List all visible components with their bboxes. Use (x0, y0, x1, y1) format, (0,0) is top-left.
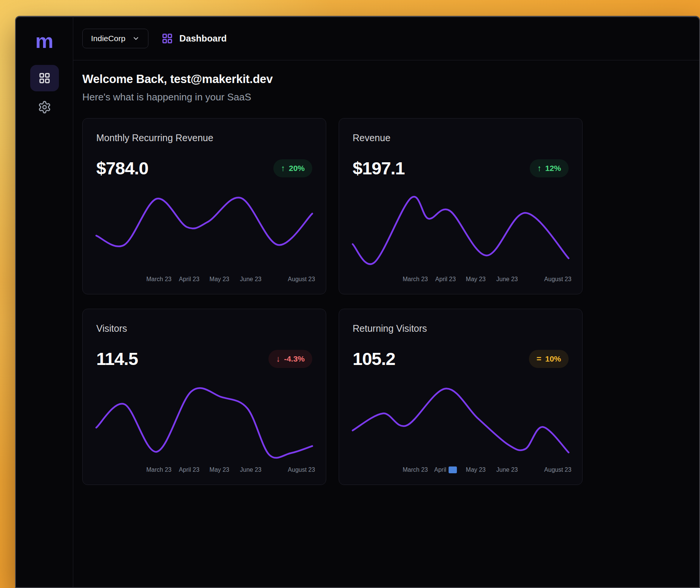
x-tick-label: August 23 (544, 466, 571, 473)
stat-card-2: Visitors114.5↓-4.3%March 23April 23May 2… (82, 309, 326, 485)
trend-flat-icon: = (537, 354, 541, 364)
trend-up-icon: ↑ (537, 163, 541, 173)
trend-up-icon: ↑ (281, 163, 285, 173)
card-title: Visitors (96, 323, 312, 334)
x-tick-label: March 23 (146, 466, 172, 473)
trend-value: 20% (289, 164, 305, 173)
x-tick-label: August 23 (544, 276, 571, 283)
line-chart: March 23April 23May 23June 23August 23 (96, 386, 312, 475)
text-selection: 23 (449, 466, 457, 473)
stats-grid: Monthly Recurring Revenue$784.0↑20%March… (82, 118, 690, 485)
grid-icon (39, 72, 51, 84)
x-axis-labels: March 23April 23May 23June 23August 23 (353, 276, 569, 284)
x-tick-label: June 23 (496, 466, 518, 473)
trend-value: -4.3% (284, 354, 305, 363)
x-axis-labels: March 23April 23May 23June 23August 23 (96, 276, 312, 284)
x-tick-label: April 23 (435, 276, 456, 283)
welcome-heading: Welcome Back, test@makerkit.dev (82, 72, 690, 86)
workspace-selector[interactable]: IndieCorp (82, 29, 148, 48)
card-title: Monthly Recurring Revenue (96, 132, 312, 143)
page-title: Dashboard (179, 33, 227, 44)
line-chart: March 23April 23May 23June 23August 23 (96, 196, 312, 284)
card-value: 114.5 (96, 349, 138, 369)
x-axis-labels: March 23April 23May 23June 23August 23 (96, 466, 312, 475)
card-value: $197.1 (353, 159, 405, 178)
x-tick-label: May 23 (466, 276, 486, 283)
x-tick-label: March 23 (146, 276, 172, 283)
x-tick-label: March 23 (403, 276, 428, 283)
value-row: $784.0↑20% (96, 159, 312, 178)
stat-card-0: Monthly Recurring Revenue$784.0↑20%March… (82, 118, 326, 294)
sidebar-item-settings[interactable] (30, 97, 59, 118)
x-tick-label: May 23 (210, 466, 229, 473)
trend-down-icon: ↓ (276, 354, 280, 364)
x-tick-label: June 23 (240, 466, 262, 473)
x-tick-label: August 23 (288, 466, 315, 473)
trend-badge: ↑12% (530, 159, 569, 177)
value-row: $197.1↑12% (353, 159, 569, 178)
x-tick-label: April23 (434, 466, 457, 473)
welcome-subheading: Here's what is happening in your SaaS (82, 91, 690, 103)
stat-card-1: Revenue$197.1↑12%March 23April 23May 23J… (339, 118, 583, 294)
x-tick-label: May 23 (210, 276, 229, 283)
x-tick-label: June 23 (496, 276, 518, 283)
card-title: Revenue (353, 132, 569, 143)
stat-card-3: Returning Visitors105.2=10%March 23April… (339, 309, 583, 485)
x-tick-label: May 23 (466, 466, 486, 473)
grid-icon (162, 33, 173, 44)
line-chart: March 23April23May 23June 23August 23 (353, 386, 569, 475)
workspace-name: IndieCorp (91, 34, 125, 43)
line-chart: March 23April 23May 23June 23August 23 (353, 196, 569, 284)
sidebar-item-dashboard[interactable] (30, 65, 59, 91)
x-tick-label: April 23 (179, 466, 199, 473)
x-axis-labels: March 23April23May 23June 23August 23 (353, 466, 569, 475)
app-window: m IndieCorp (15, 16, 700, 588)
trend-badge: ↓-4.3% (268, 350, 312, 368)
trend-badge: ↑20% (273, 159, 312, 177)
sidebar: m (16, 17, 73, 587)
trend-badge: =10% (529, 350, 569, 368)
main-area: IndieCorp Dashboard Welcome Back, test@m… (73, 17, 699, 587)
trend-value: 12% (545, 164, 561, 173)
x-tick-label: April 23 (179, 276, 199, 283)
value-row: 105.2=10% (353, 349, 569, 369)
breadcrumb: Dashboard (162, 33, 227, 44)
chevron-down-icon (132, 35, 140, 42)
top-header: IndieCorp Dashboard (73, 17, 699, 60)
trend-value: 10% (545, 354, 561, 363)
x-tick-label: March 23 (403, 466, 428, 473)
x-tick-label: June 23 (240, 276, 262, 283)
card-title: Returning Visitors (353, 323, 569, 334)
gear-icon (38, 100, 51, 114)
value-row: 114.5↓-4.3% (96, 349, 312, 369)
app-logo: m (35, 29, 53, 52)
card-value: $784.0 (96, 159, 148, 178)
dashboard-content: Welcome Back, test@makerkit.dev Here's w… (73, 60, 699, 485)
x-tick-label: August 23 (288, 276, 315, 283)
card-value: 105.2 (353, 349, 395, 369)
